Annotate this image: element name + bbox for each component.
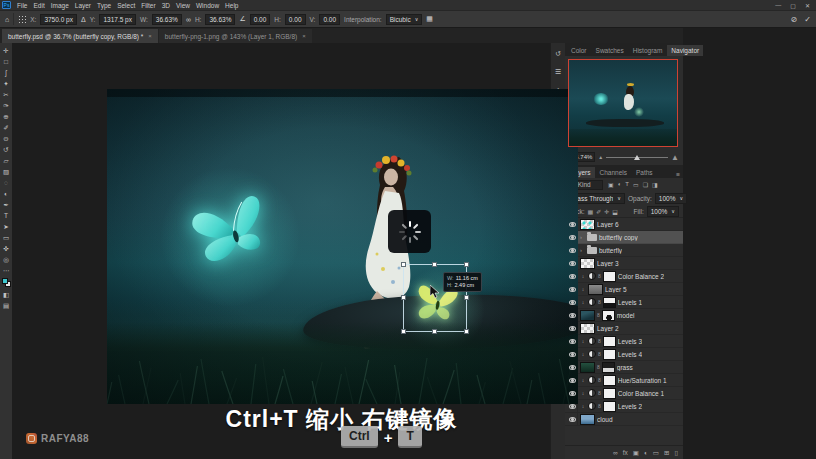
panel-menu-icon[interactable]: ≡ (676, 171, 683, 178)
hand-tool[interactable]: ✜ (3, 243, 8, 254)
filter-smart-objects-icon[interactable]: ❏ (643, 181, 648, 188)
y-input[interactable]: 1317.5 px (99, 14, 136, 25)
foreground-color-swatch[interactable] (2, 278, 8, 284)
eyedropper-tool[interactable]: ✑ (3, 100, 8, 111)
history-panel-icon[interactable]: ↺ (555, 50, 561, 58)
close-tab-icon[interactable]: × (148, 33, 152, 39)
gradient-tool[interactable]: ▨ (3, 166, 9, 177)
transform-handle[interactable] (401, 262, 406, 267)
width-input[interactable]: 36.63% (152, 14, 182, 25)
zoom-slider-thumb[interactable] (634, 155, 640, 160)
shape-tool[interactable]: ▭ (3, 232, 9, 243)
layer-mask-thumbnail[interactable] (603, 388, 616, 399)
hskew-input[interactable]: 0.00 (285, 14, 306, 25)
lasso-tool[interactable]: ʃ (5, 67, 6, 78)
healing-brush-tool[interactable]: ⊕ (3, 111, 8, 122)
document-tab-0[interactable]: butterfly.psd @ 36.7% (butterfly copy, R… (2, 29, 158, 43)
menu-layer[interactable]: Layer (72, 2, 94, 9)
menu-window[interactable]: Window (193, 2, 222, 9)
layer-row-layer-3[interactable]: Layer 3 (565, 257, 683, 270)
eye-icon[interactable] (569, 287, 576, 292)
path-selection-tool[interactable]: ➤ (3, 221, 8, 232)
layer-row-grass[interactable]: 8grass (565, 361, 683, 374)
layer-mask-thumbnail[interactable] (603, 401, 616, 412)
dodge-tool[interactable]: ◐ (4, 188, 8, 199)
type-tool[interactable]: T (4, 210, 8, 221)
layer-row-levels-1[interactable]: ↓8Levels 1 (565, 296, 683, 309)
eye-icon[interactable] (569, 248, 576, 253)
clone-stamp-tool[interactable]: ⊙ (3, 133, 8, 144)
brush-tool[interactable]: ✐ (3, 122, 8, 133)
eye-icon[interactable] (569, 326, 576, 331)
visibility-cell[interactable] (567, 413, 578, 426)
lock-transparency-icon[interactable]: ▦ (588, 208, 594, 215)
transform-handle[interactable] (432, 262, 437, 267)
layer-mask-thumbnail[interactable] (602, 310, 615, 321)
interpolation-dropdown[interactable]: Bicubic ∨ (386, 14, 423, 25)
delete-layer-icon[interactable]: ▯ (674, 449, 678, 457)
tab-color[interactable]: Color (567, 45, 591, 56)
pen-tool[interactable]: ✒ (3, 199, 8, 210)
tab-paths[interactable]: Paths (632, 167, 657, 178)
blur-tool[interactable]: ◌ (4, 177, 8, 188)
x-input[interactable]: 3750.0 px (40, 14, 77, 25)
filter-type-layers-icon[interactable]: T (625, 181, 629, 188)
maintain-aspect-icon[interactable]: ∞ (186, 16, 191, 23)
quick-mask-tool[interactable]: ◧ (3, 289, 9, 300)
transform-handle[interactable] (464, 295, 469, 300)
edit-toolbar-tool[interactable]: ⋯ (3, 265, 10, 276)
eraser-tool[interactable]: ▱ (4, 155, 9, 166)
layer-mask-thumbnail[interactable] (603, 297, 616, 308)
layer-thumbnail[interactable] (580, 258, 595, 269)
eye-icon[interactable] (569, 404, 576, 409)
add-layer-mask-icon[interactable]: ▣ (633, 449, 639, 457)
navigator-zoom-slider[interactable] (606, 153, 668, 162)
screen-mode-tool[interactable]: ▤ (3, 300, 9, 311)
zoom-out-icon[interactable]: ▲ (598, 154, 603, 160)
eye-icon[interactable] (569, 352, 576, 357)
lock-pixels-icon[interactable]: ✐ (596, 208, 601, 215)
warp-mode-icon[interactable]: ▦ (426, 15, 433, 23)
expand-arrow-icon[interactable]: › (580, 247, 585, 253)
new-layer-icon[interactable]: ⊞ (664, 449, 669, 457)
layer-row-levels-3[interactable]: ↓8Levels 3 (565, 335, 683, 348)
layer-row-levels-2[interactable]: ↓8Levels 2 (565, 400, 683, 413)
layer-row-layer-5[interactable]: ↓Layer 5 (565, 283, 683, 296)
menu-image[interactable]: Image (48, 2, 72, 9)
vskew-input[interactable]: 0.00 (319, 14, 340, 25)
close-button[interactable]: ✕ (805, 2, 810, 9)
commit-transform-button[interactable]: ✓ (804, 15, 811, 24)
move-tool[interactable]: ✛ (3, 45, 8, 56)
eye-icon[interactable] (569, 417, 576, 422)
layer-mask-thumbnail[interactable] (603, 271, 616, 282)
tab-histogram[interactable]: Histogram (629, 45, 667, 56)
layer-mask-thumbnail[interactable] (603, 336, 616, 347)
layer-mask-thumbnail[interactable] (603, 349, 616, 360)
layer-thumbnail[interactable] (580, 310, 595, 321)
zoom-in-icon[interactable]: ▲ (671, 153, 679, 162)
document-canvas[interactable]: W:11.16 cm H:2.49 cm (107, 89, 578, 404)
close-tab-icon[interactable]: × (302, 33, 306, 39)
marquee-tool[interactable]: □ (4, 56, 8, 67)
transform-handle[interactable] (401, 329, 406, 334)
layer-row-layer-6[interactable]: Layer 6 (565, 218, 683, 231)
document-tab-1[interactable]: butterfly-png-1.png @ 143% (Layer 1, RGB… (159, 29, 312, 43)
layer-mask-thumbnail[interactable] (603, 375, 616, 386)
tab-navigator[interactable]: Navigator (667, 45, 703, 56)
layer-thumbnail[interactable] (580, 219, 595, 230)
menu-select[interactable]: Select (114, 2, 138, 9)
canvas-workspace[interactable]: W:11.16 cm H:2.49 cm (12, 43, 550, 459)
eye-icon[interactable] (569, 313, 576, 318)
layer-row-butterfly-copy[interactable]: ›butterfly copy (565, 231, 683, 244)
angle-input[interactable]: 0.00 (250, 14, 271, 25)
navigator-proxy-view[interactable] (568, 59, 678, 147)
layer-thumbnail[interactable] (580, 323, 595, 334)
layer-row-layer-2[interactable]: Layer 2 (565, 322, 683, 335)
color-swatches[interactable] (2, 278, 11, 287)
lock-all-icon[interactable]: ⬓ (612, 208, 618, 215)
quick-selection-tool[interactable]: ✦ (3, 78, 8, 89)
transform-handle[interactable] (464, 262, 469, 267)
layer-row-color-balance-1[interactable]: ↓8Color Balance 1 (565, 387, 683, 400)
layer-mask-thumbnail[interactable] (602, 362, 615, 373)
menu-edit[interactable]: Edit (30, 2, 47, 9)
